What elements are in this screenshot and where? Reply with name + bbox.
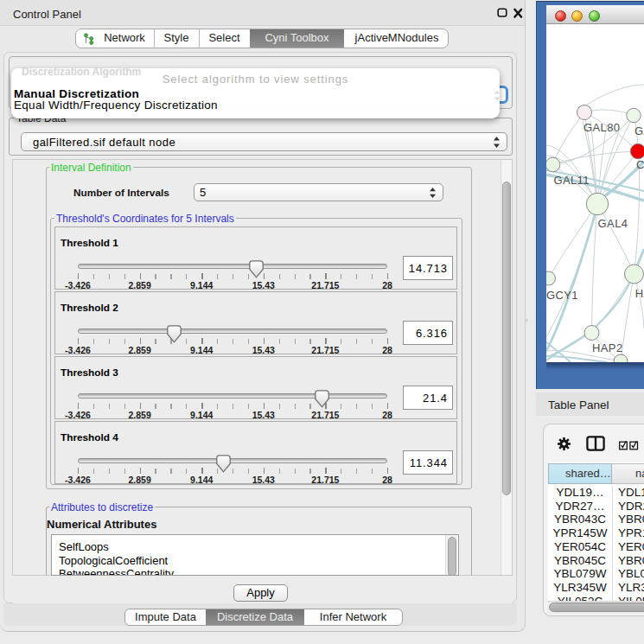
svg-text:CY: CY: [636, 158, 644, 171]
svg-text:GAL4: GAL4: [598, 217, 628, 230]
svg-text:GAL3: GAL3: [634, 124, 644, 137]
svg-text:GAL11: GAL11: [553, 174, 590, 187]
svg-text:GCY1: GCY1: [546, 289, 578, 302]
svg-text:HAP2: HAP2: [592, 341, 623, 354]
svg-text:HAP: HAP: [635, 287, 644, 300]
svg-text:GAL80: GAL80: [583, 121, 620, 134]
